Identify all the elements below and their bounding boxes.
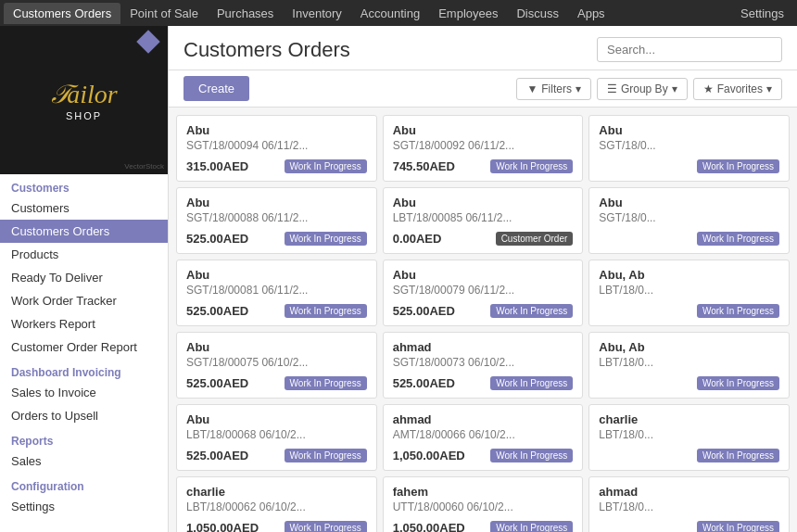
card-ref: SGT/18/00088 06/11/2... [186, 211, 367, 224]
card-badge: Work In Progress [490, 376, 573, 390]
page-title: Customers Orders [183, 38, 350, 62]
card-item[interactable]: Abu SGT/18/00088 06/11/2... 525.00AED Wo… [176, 187, 377, 254]
nav-customers-orders[interactable]: Customers Orders [4, 3, 120, 24]
sidebar-item-orders-to-upsell[interactable]: Orders to Upsell [0, 404, 168, 427]
card-badge: Customer Order [496, 232, 574, 246]
card-name: Abu [599, 123, 779, 137]
card-badge: Work In Progress [697, 449, 779, 462]
favorites-label: Favorites [717, 82, 763, 95]
card-item[interactable]: ahmad AMT/18/00066 06/10/2... 1,050.00AE… [383, 404, 584, 471]
card-amount: 1,050.00AED [393, 449, 465, 462]
sidebar-section-reports: Reports [0, 427, 168, 450]
sidebar: 𝒯ailor SHOP VectorStock Customers Custom… [0, 26, 169, 532]
card-item[interactable]: Abu, Ab LBT/18/0... Work In Progress [588, 332, 790, 399]
card-item[interactable]: Abu SGT/18/00081 06/11/2... 525.00AED Wo… [176, 260, 377, 326]
card-item[interactable]: Abu SGT/18/00075 06/10/2... 525.00AED Wo… [176, 332, 377, 399]
nav-apps[interactable]: Apps [568, 3, 614, 24]
cards-grid: Abu SGT/18/00094 06/11/2... 315.00AED Wo… [176, 115, 790, 532]
sidebar-item-products[interactable]: Products [0, 243, 168, 266]
card-bottom: 525.00AED Work In Progress [186, 232, 367, 246]
card-ref: LBT/18/0... [599, 284, 779, 297]
card-item[interactable]: Abu LBT/18/00085 06/11/2... 0.00AED Cust… [383, 187, 584, 254]
card-item[interactable]: Abu SGT/18/00094 06/11/2... 315.00AED Wo… [176, 115, 377, 182]
sidebar-item-sales[interactable]: Sales [0, 450, 168, 473]
diamond-icon [136, 30, 159, 53]
card-bottom: 525.00AED Work In Progress [393, 304, 574, 318]
card-name: Abu [186, 123, 367, 137]
card-amount: 1,050.00AED [186, 521, 259, 532]
card-amount: 1,050.00AED [393, 521, 465, 532]
favorites-button[interactable]: ★ Favorites ▾ [693, 78, 782, 100]
sidebar-item-settings[interactable]: Settings [0, 495, 168, 518]
top-navigation: Customers Orders Point of Sale Purchases… [0, 0, 797, 26]
sidebar-item-customer-order-report[interactable]: Customer Order Report [0, 336, 168, 359]
card-bottom: 525.00AED Work In Progress [186, 449, 367, 462]
card-item[interactable]: charlie LBT/18/00062 06/10/2... 1,050.00… [176, 476, 377, 532]
sidebar-section-configuration: Configuration [0, 473, 168, 495]
card-name: Abu [186, 268, 367, 282]
card-item[interactable]: Abu SGT/18/0... Work In Progress [588, 115, 790, 182]
toolbar: Create ▼ Filters ▾ ☰ Group By ▾ ★ Favori… [169, 70, 797, 108]
card-ref: SGT/18/00081 06/11/2... [186, 284, 367, 297]
card-bottom: 525.00AED Work In Progress [186, 376, 367, 390]
card-amount: 525.00AED [186, 232, 248, 246]
card-name: Abu [186, 196, 367, 209]
card-badge: Work In Progress [285, 232, 367, 246]
cards-area: Abu SGT/18/00094 06/11/2... 315.00AED Wo… [169, 108, 797, 532]
nav-inventory[interactable]: Inventory [283, 3, 350, 24]
card-ref: SGT/18/00092 06/11/2... [393, 139, 574, 152]
card-ref: LBT/18/00085 06/11/2... [393, 211, 574, 224]
card-amount: 525.00AED [393, 376, 455, 390]
nav-employees[interactable]: Employees [429, 3, 507, 24]
nav-settings[interactable]: Settings [731, 3, 793, 24]
sidebar-item-customers[interactable]: Customers [0, 196, 168, 220]
search-input[interactable] [597, 37, 782, 62]
nav-purchases[interactable]: Purchases [208, 3, 283, 24]
create-button[interactable]: Create [183, 76, 249, 101]
card-ref: LBT/18/0... [599, 500, 779, 513]
sidebar-item-ready-to-deliver[interactable]: Ready To Deliver [0, 266, 168, 289]
sidebar-item-sales-to-invoice[interactable]: Sales to Invoice [0, 381, 168, 404]
nav-accounting[interactable]: Accounting [351, 3, 429, 24]
card-ref: LBT/18/00068 06/10/2... [186, 428, 367, 441]
sidebar-item-customers-orders[interactable]: Customers Orders [0, 220, 168, 243]
group-by-button[interactable]: ☰ Group By ▾ [597, 78, 688, 100]
card-badge: Work In Progress [285, 159, 367, 173]
card-badge: Work In Progress [490, 449, 573, 462]
filters-button[interactable]: ▼ Filters ▾ [516, 78, 591, 100]
group-by-label: Group By [621, 82, 668, 95]
group-icon: ☰ [607, 82, 617, 95]
card-amount: 315.00AED [186, 159, 248, 173]
card-name: Abu [599, 196, 779, 209]
card-ref: AMT/18/00066 06/10/2... [393, 428, 574, 441]
card-name: ahmad [393, 412, 574, 426]
card-item[interactable]: fahem UTT/18/00060 06/10/2... 1,050.00AE… [383, 476, 584, 532]
sidebar-item-work-order-tracker[interactable]: Work Order Tracker [0, 289, 168, 312]
card-ref: LBT/18/00062 06/10/2... [186, 500, 367, 513]
card-item[interactable]: Abu SGT/18/00079 06/11/2... 525.00AED Wo… [383, 260, 584, 326]
card-bottom: Work In Progress [599, 521, 779, 532]
card-badge: Work In Progress [697, 376, 779, 390]
card-item[interactable]: Abu SGT/18/00092 06/11/2... 745.50AED Wo… [383, 115, 584, 182]
card-item[interactable]: ahmad SGT/18/00073 06/10/2... 525.00AED … [383, 332, 584, 399]
card-badge: Work In Progress [490, 159, 573, 173]
card-item[interactable]: Abu, Ab LBT/18/0... Work In Progress [588, 260, 790, 326]
card-name: Abu, Ab [599, 340, 779, 354]
card-name: ahmad [393, 340, 574, 354]
nav-discuss[interactable]: Discuss [507, 3, 568, 24]
card-amount: 0.00AED [393, 232, 442, 246]
sidebar-item-workers-report[interactable]: Workers Report [0, 312, 168, 336]
filter-chevron-icon: ▾ [576, 82, 581, 95]
card-name: Abu [393, 268, 574, 282]
card-bottom: Work In Progress [599, 449, 779, 462]
card-item[interactable]: charlie LBT/18/0... Work In Progress [588, 404, 790, 471]
filter-icon: ▼ [526, 82, 538, 95]
card-item[interactable]: Abu LBT/18/00068 06/10/2... 525.00AED Wo… [176, 404, 377, 471]
card-bottom: 525.00AED Work In Progress [393, 376, 574, 390]
card-bottom: 315.00AED Work In Progress [186, 159, 367, 173]
card-ref: SGT/18/00075 06/10/2... [186, 356, 367, 369]
card-item[interactable]: Abu SGT/18/0... Work In Progress [588, 187, 790, 254]
sidebar-section-dashboard-invoicing: Dashboard Invoicing [0, 359, 168, 381]
card-item[interactable]: ahmad LBT/18/0... Work In Progress [588, 476, 790, 532]
nav-point-of-sale[interactable]: Point of Sale [120, 3, 208, 24]
